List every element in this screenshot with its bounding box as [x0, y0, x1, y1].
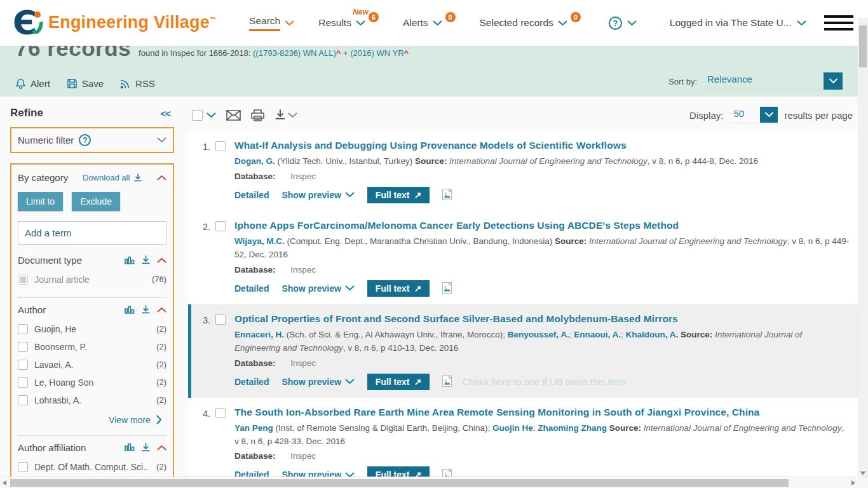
collapse-section-icon[interactable]: [157, 445, 166, 451]
scroll-right-arrow[interactable]: [851, 480, 855, 485]
hamburger-menu-icon[interactable]: [824, 11, 853, 34]
query-collapse-caret[interactable]: ^: [404, 48, 409, 58]
chevron-down-icon[interactable]: [207, 112, 216, 118]
scroll-down-arrow[interactable]: [860, 471, 865, 475]
full-text-button[interactable]: Full text↗: [367, 374, 430, 390]
detailed-link[interactable]: Detailed: [234, 190, 269, 200]
facet-item[interactable]: Lavaei, A. (2): [18, 356, 166, 374]
detailed-link[interactable]: Detailed: [234, 283, 269, 294]
result-title-link[interactable]: The South Ion-Absorbed Rare Earth Mine A…: [234, 407, 850, 418]
numeric-filter-help-icon[interactable]: ?: [79, 134, 91, 146]
account-menu[interactable]: Logged in via The State U...: [670, 17, 806, 29]
result-row: 2. Iphone Apps ForCarcinoma/Melonoma Can…: [188, 211, 858, 304]
facet-item[interactable]: Guojin, He (2): [18, 320, 166, 338]
bar-chart-icon[interactable]: [125, 443, 135, 452]
facet-item[interactable]: Boonserm, P. (2): [18, 338, 166, 356]
result-checkbox[interactable]: [215, 408, 226, 418]
detailed-link[interactable]: Detailed: [234, 470, 269, 477]
author-link[interactable]: Wijaya, M.C.: [234, 236, 285, 246]
author-link[interactable]: Yan Peng: [234, 423, 273, 433]
author-link[interactable]: Benyoussef, A.: [508, 330, 569, 339]
collapse-section-icon[interactable]: [157, 175, 166, 180]
detailed-link[interactable]: Detailed: [234, 377, 269, 387]
rss-button[interactable]: RSS: [120, 78, 155, 89]
author-link[interactable]: Zhaoming Zhang: [538, 423, 607, 433]
facet-checkbox[interactable]: [18, 395, 28, 405]
owns-alt-text: Check here to see if UB owns this item: [462, 376, 626, 387]
nav-item-results[interactable]: Results New 6: [318, 17, 379, 29]
full-text-button[interactable]: Full text↗: [367, 280, 430, 297]
help-menu[interactable]: ?: [609, 17, 637, 30]
facet-checkbox[interactable]: [18, 462, 28, 472]
author-link[interactable]: Ennaceri, H.: [234, 330, 284, 339]
collapse-section-icon[interactable]: [157, 257, 166, 263]
result-title-link[interactable]: Optical Properties of Front and Second S…: [234, 313, 850, 325]
facet-item[interactable]: Dept. Of Math. Comput. Sci.. (2): [18, 458, 166, 476]
vertical-scrollbar-thumb[interactable]: [859, 25, 867, 67]
broken-image-icon[interactable]: [442, 282, 453, 294]
collapse-section-icon[interactable]: [157, 307, 166, 313]
view-more-link[interactable]: View more: [18, 410, 166, 426]
author-link[interactable]: Khaldoun, A.: [626, 330, 679, 339]
nav-item-alerts[interactable]: Alerts 0: [403, 17, 456, 29]
select-all-control[interactable]: [192, 110, 216, 121]
facet-checkbox[interactable]: [18, 324, 28, 334]
horizontal-scrollbar-thumb[interactable]: [10, 479, 789, 487]
select-all-checkbox[interactable]: [192, 110, 203, 121]
author-link[interactable]: Dogan, G.: [234, 156, 275, 166]
alert-button[interactable]: Alert: [15, 78, 50, 89]
full-text-button[interactable]: Full text↗: [367, 466, 430, 477]
save-button[interactable]: Save: [67, 78, 104, 89]
author-link[interactable]: Guojin He: [492, 423, 533, 433]
broken-image-icon[interactable]: [442, 376, 453, 388]
add-term-input[interactable]: [18, 221, 166, 245]
display-count-value[interactable]: 50: [729, 107, 760, 123]
facet-checkbox[interactable]: [18, 342, 28, 352]
bar-chart-icon[interactable]: [125, 256, 135, 265]
nav-item-search[interactable]: Search: [249, 15, 294, 31]
broken-image-icon[interactable]: [442, 469, 453, 477]
engineering-village-logo[interactable]: Є Engineering Village™: [13, 6, 216, 39]
horizontal-scrollbar[interactable]: [0, 477, 868, 488]
sort-dropdown-button[interactable]: [824, 72, 843, 90]
facet-item[interactable]: Le, Hoang Son (2): [18, 374, 166, 391]
limit-to-button[interactable]: Limit to: [18, 192, 63, 211]
facet-item[interactable]: Journal article (76): [18, 271, 166, 288]
show-preview-link[interactable]: Show preview: [281, 283, 354, 294]
download-icon[interactable]: [141, 255, 151, 265]
result-title-link[interactable]: Iphone Apps ForCarcinoma/Melonoma Cancer…: [234, 220, 850, 231]
scroll-left-arrow[interactable]: [3, 480, 6, 485]
print-button[interactable]: [251, 109, 264, 121]
show-preview-link[interactable]: Show preview: [281, 470, 354, 477]
broken-image-icon[interactable]: [442, 189, 453, 201]
query-term-link[interactable]: (2016) WN YR: [350, 48, 403, 58]
nav-item-selected-records[interactable]: Selected records 0: [480, 17, 581, 29]
help-icon[interactable]: ?: [609, 17, 622, 30]
show-preview-link[interactable]: Show preview: [281, 190, 354, 200]
save-icon: [67, 78, 78, 89]
download-all-link[interactable]: Download all: [83, 173, 142, 182]
show-preview-link[interactable]: Show preview: [281, 377, 354, 387]
author-link[interactable]: Ennaoui, A.: [574, 330, 621, 339]
email-button[interactable]: [226, 110, 241, 121]
result-checkbox[interactable]: [215, 141, 226, 151]
facet-checkbox[interactable]: [18, 274, 28, 285]
bar-chart-icon[interactable]: [125, 306, 135, 315]
result-checkbox[interactable]: [215, 315, 226, 325]
facet-checkbox[interactable]: [18, 377, 28, 388]
facet-item[interactable]: Lohrasbi, A. (2): [18, 391, 166, 409]
exclude-button[interactable]: Exclude: [72, 192, 120, 211]
vertical-scrollbar[interactable]: [858, 18, 868, 477]
collapse-sidebar-button[interactable]: <<: [160, 108, 170, 119]
query-term-link[interactable]: ((1793-8236) WN ALL): [253, 48, 336, 58]
display-count-dropdown-button[interactable]: [760, 107, 778, 123]
download-icon[interactable]: [141, 305, 151, 315]
result-title-link[interactable]: What-If Analysis and Debugging Using Pro…: [234, 140, 850, 151]
download-icon[interactable]: [141, 443, 151, 452]
result-checkbox[interactable]: [215, 221, 226, 231]
sort-value[interactable]: Relevance: [706, 74, 754, 88]
full-text-button[interactable]: Full text↗: [367, 187, 430, 203]
numeric-filter-section[interactable]: Numeric filter ?: [10, 127, 174, 153]
download-button[interactable]: [275, 109, 297, 121]
facet-checkbox[interactable]: [18, 360, 28, 370]
